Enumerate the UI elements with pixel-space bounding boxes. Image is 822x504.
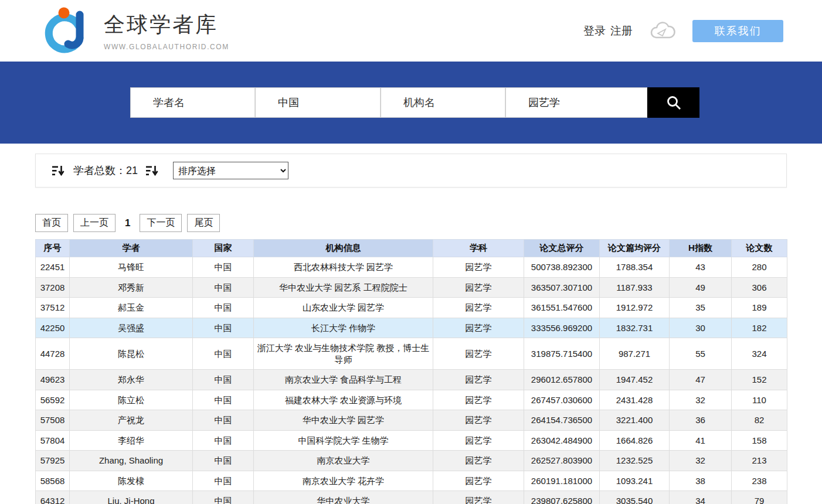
cell-institution: 浙江大学 农业与生物技术学院 教授，博士生导师 <box>254 338 433 370</box>
cell-country: 中国 <box>193 390 254 410</box>
cell-avg-score: 3221.400 <box>600 410 670 431</box>
table-row[interactable]: 22451马锋旺中国西北农林科技大学 园艺学园艺学500738.89230017… <box>36 257 787 278</box>
sort-select[interactable]: 排序选择 <box>173 162 288 179</box>
cell-id: 57804 <box>36 430 70 451</box>
cell-scholar: 马锋旺 <box>70 257 193 278</box>
cell-total-score: 263042.484900 <box>524 430 600 451</box>
cell-institution: 长江大学 作物学 <box>254 318 433 338</box>
cell-institution: 中国科学院大学 生物学 <box>254 430 433 451</box>
cell-subject: 园艺学 <box>433 451 524 471</box>
cell-institution: 华中农业大学 园艺学 <box>254 410 433 431</box>
table-row[interactable]: 57508产祝龙中国华中农业大学 园艺学园艺学264154.7365003221… <box>36 410 787 431</box>
cell-subject: 园艺学 <box>433 410 524 431</box>
globalauthorid-logo-icon <box>44 7 91 55</box>
table-row[interactable]: 57925Zhang, Shaoling中国南京农业大学园艺学262527.80… <box>36 451 787 471</box>
cell-country: 中国 <box>193 430 254 451</box>
sort-descending-icon[interactable] <box>146 165 159 176</box>
institution-input[interactable] <box>381 87 505 118</box>
cell-total-score: 264154.736500 <box>524 410 600 431</box>
contact-us-button[interactable]: 联系我们 <box>692 20 783 42</box>
cell-avg-score: 1788.354 <box>600 257 670 278</box>
table-row[interactable]: 58568陈发棣中国南京农业大学 花卉学园艺学260191.1810001093… <box>36 471 787 491</box>
cell-papers: 189 <box>732 298 787 318</box>
cell-subject: 园艺学 <box>433 318 524 338</box>
table-row[interactable]: 37512郝玉金中国山东农业大学 园艺学园艺学361551.5476001912… <box>36 298 787 318</box>
cell-h-index: 47 <box>670 370 732 390</box>
prev-page-button[interactable]: 上一页 <box>73 214 116 232</box>
cell-avg-score: 987.271 <box>600 338 670 370</box>
sort-descending-icon[interactable] <box>52 165 65 176</box>
cell-h-index: 32 <box>670 390 732 410</box>
scholar-table: 序号 学者 国家 机构信息 学科 论文总评分 论文篇均评分 H指数 论文数 22… <box>35 239 787 504</box>
last-page-button[interactable]: 尾页 <box>187 214 220 232</box>
cell-scholar: 李绍华 <box>70 430 193 451</box>
cell-subject: 园艺学 <box>433 390 524 410</box>
cell-subject: 园艺学 <box>433 257 524 278</box>
table-row[interactable]: 44728陈昆松中国浙江大学 农业与生物技术学院 教授，博士生导师园艺学3198… <box>36 338 787 370</box>
cell-h-index: 32 <box>670 451 732 471</box>
cell-id: 42250 <box>36 318 70 338</box>
table-row[interactable]: 57804李绍华中国中国科学院大学 生物学园艺学263042.484900166… <box>36 430 787 451</box>
cell-papers: 79 <box>732 491 787 504</box>
cell-avg-score: 1947.452 <box>600 370 670 390</box>
cell-country: 中国 <box>193 298 254 318</box>
table-row[interactable]: 49623郑永华中国南京农业大学 食品科学与工程园艺学296012.657800… <box>36 370 787 390</box>
cell-total-score: 262527.803900 <box>524 451 600 471</box>
subject-input[interactable] <box>505 87 647 118</box>
register-link[interactable]: 注册 <box>610 23 633 39</box>
cell-id: 57925 <box>36 451 70 471</box>
login-link[interactable]: 登录 <box>583 23 606 39</box>
cell-total-score: 260191.181000 <box>524 471 600 491</box>
cell-subject: 园艺学 <box>433 491 524 504</box>
cell-subject: 园艺学 <box>433 370 524 390</box>
table-row[interactable]: 42250吴强盛中国长江大学 作物学园艺学333556.9692001832.7… <box>36 318 787 338</box>
cell-total-score: 500738.892300 <box>524 257 600 278</box>
cell-scholar: 陈立松 <box>70 390 193 410</box>
cell-institution: 华中农业大学 <box>254 491 433 504</box>
cell-h-index: 34 <box>670 491 732 504</box>
cell-subject: 园艺学 <box>433 298 524 318</box>
cell-h-index: 55 <box>670 338 732 370</box>
cell-institution: 福建农林大学 农业资源与环境 <box>254 390 433 410</box>
country-input[interactable] <box>255 87 381 118</box>
header-id: 序号 <box>36 240 70 257</box>
header-avg-score: 论文篇均评分 <box>600 240 670 257</box>
cell-country: 中国 <box>193 318 254 338</box>
next-page-button[interactable]: 下一页 <box>140 214 182 232</box>
cell-h-index: 49 <box>670 277 732 298</box>
cell-institution: 华中农业大学 园艺系 工程院院士 <box>254 277 433 298</box>
first-page-button[interactable]: 首页 <box>35 214 68 232</box>
pagination: 首页 上一页 1 下一页 尾页 <box>35 214 822 232</box>
table-row[interactable]: 37208邓秀新中国华中农业大学 园艺系 工程院院士园艺学363507.3071… <box>36 277 787 298</box>
cell-institution: 南京农业大学 <box>254 451 433 471</box>
cell-country: 中国 <box>193 338 254 370</box>
cell-total-score: 267457.030600 <box>524 390 600 410</box>
cell-papers: 306 <box>732 277 787 298</box>
cell-papers: 213 <box>732 451 787 471</box>
table-row[interactable]: 64312Liu, Ji-Hong中国华中农业大学园艺学239807.62580… <box>36 491 787 504</box>
cell-total-score: 239807.625800 <box>524 491 600 504</box>
cell-institution: 山东农业大学 园艺学 <box>254 298 433 318</box>
table-row[interactable]: 56592陈立松中国福建农林大学 农业资源与环境园艺学267457.030600… <box>36 390 787 410</box>
cell-subject: 园艺学 <box>433 471 524 491</box>
header-institution: 机构信息 <box>254 240 433 257</box>
cell-total-score: 363507.307100 <box>524 277 600 298</box>
cell-avg-score: 3035.540 <box>600 491 670 504</box>
cell-total-score: 361551.547600 <box>524 298 600 318</box>
logo-area[interactable]: 全球学者库 WWW.GLOBALAUTHORID.COM <box>44 7 229 55</box>
cell-papers: 280 <box>732 257 787 278</box>
cell-id: 58568 <box>36 471 70 491</box>
scholar-name-input[interactable] <box>130 87 255 118</box>
cell-country: 中国 <box>193 491 254 504</box>
cell-papers: 182 <box>732 318 787 338</box>
cell-papers: 110 <box>732 390 787 410</box>
total-scholars-label: 学者总数：21 <box>73 164 138 178</box>
search-button[interactable] <box>647 87 699 118</box>
cell-id: 37512 <box>36 298 70 318</box>
cell-papers: 238 <box>732 471 787 491</box>
cell-h-index: 41 <box>670 430 732 451</box>
cell-id: 44728 <box>36 338 70 370</box>
cell-id: 64312 <box>36 491 70 504</box>
cell-h-index: 43 <box>670 257 732 278</box>
cell-subject: 园艺学 <box>433 277 524 298</box>
